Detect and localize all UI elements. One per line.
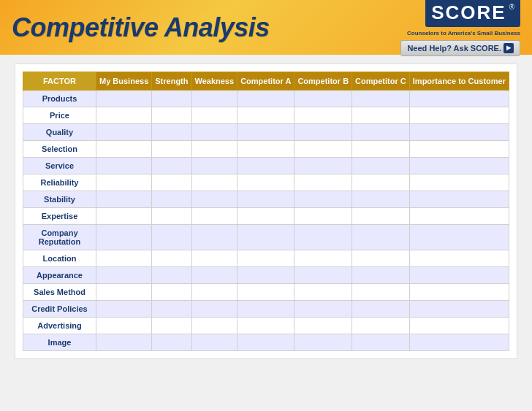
data-cell[interactable] <box>294 158 352 174</box>
data-cell[interactable] <box>352 191 410 208</box>
data-cell[interactable] <box>294 191 352 208</box>
data-cell[interactable] <box>238 141 294 158</box>
data-cell[interactable] <box>352 318 410 334</box>
data-cell[interactable] <box>96 301 152 318</box>
data-cell[interactable] <box>191 267 238 284</box>
data-cell[interactable] <box>409 174 509 191</box>
data-cell[interactable] <box>191 107 238 124</box>
data-cell[interactable] <box>96 174 152 191</box>
data-cell[interactable] <box>152 318 191 334</box>
data-cell[interactable] <box>352 334 410 351</box>
data-cell[interactable] <box>409 267 509 284</box>
data-cell[interactable] <box>409 225 509 250</box>
data-cell[interactable] <box>96 267 152 284</box>
data-cell[interactable] <box>96 318 152 334</box>
data-cell[interactable] <box>152 141 191 158</box>
data-cell[interactable] <box>238 250 294 267</box>
data-cell[interactable] <box>96 91 152 107</box>
data-cell[interactable] <box>294 267 352 284</box>
data-cell[interactable] <box>294 334 352 351</box>
data-cell[interactable] <box>238 191 294 208</box>
data-cell[interactable] <box>152 225 191 250</box>
data-cell[interactable] <box>238 267 294 284</box>
data-cell[interactable] <box>96 141 152 158</box>
data-cell[interactable] <box>294 301 352 318</box>
data-cell[interactable] <box>352 107 410 124</box>
data-cell[interactable] <box>294 225 352 250</box>
data-cell[interactable] <box>409 191 509 208</box>
help-button[interactable]: Need Help? Ask SCORE. ▶ <box>400 40 520 56</box>
data-cell[interactable] <box>191 301 238 318</box>
data-cell[interactable] <box>191 250 238 267</box>
data-cell[interactable] <box>238 318 294 334</box>
data-cell[interactable] <box>96 250 152 267</box>
data-cell[interactable] <box>409 334 509 351</box>
data-cell[interactable] <box>238 91 294 107</box>
data-cell[interactable] <box>96 284 152 301</box>
data-cell[interactable] <box>191 284 238 301</box>
data-cell[interactable] <box>294 91 352 107</box>
data-cell[interactable] <box>409 208 509 225</box>
data-cell[interactable] <box>191 208 238 225</box>
data-cell[interactable] <box>352 267 410 284</box>
data-cell[interactable] <box>352 91 410 107</box>
data-cell[interactable] <box>409 301 509 318</box>
data-cell[interactable] <box>238 107 294 124</box>
data-cell[interactable] <box>238 284 294 301</box>
data-cell[interactable] <box>96 124 152 141</box>
data-cell[interactable] <box>191 91 238 107</box>
data-cell[interactable] <box>238 158 294 174</box>
data-cell[interactable] <box>352 284 410 301</box>
data-cell[interactable] <box>238 208 294 225</box>
data-cell[interactable] <box>152 91 191 107</box>
data-cell[interactable] <box>96 208 152 225</box>
data-cell[interactable] <box>238 301 294 318</box>
data-cell[interactable] <box>96 334 152 351</box>
data-cell[interactable] <box>96 107 152 124</box>
data-cell[interactable] <box>294 124 352 141</box>
data-cell[interactable] <box>409 250 509 267</box>
data-cell[interactable] <box>152 107 191 124</box>
data-cell[interactable] <box>238 174 294 191</box>
data-cell[interactable] <box>294 208 352 225</box>
data-cell[interactable] <box>152 250 191 267</box>
data-cell[interactable] <box>152 284 191 301</box>
data-cell[interactable] <box>191 158 238 174</box>
data-cell[interactable] <box>409 141 509 158</box>
data-cell[interactable] <box>191 191 238 208</box>
data-cell[interactable] <box>96 158 152 174</box>
data-cell[interactable] <box>294 284 352 301</box>
data-cell[interactable] <box>191 124 238 141</box>
data-cell[interactable] <box>96 191 152 208</box>
data-cell[interactable] <box>191 141 238 158</box>
data-cell[interactable] <box>152 174 191 191</box>
data-cell[interactable] <box>352 174 410 191</box>
data-cell[interactable] <box>152 158 191 174</box>
data-cell[interactable] <box>294 174 352 191</box>
data-cell[interactable] <box>152 124 191 141</box>
data-cell[interactable] <box>191 225 238 250</box>
data-cell[interactable] <box>409 124 509 141</box>
data-cell[interactable] <box>409 284 509 301</box>
data-cell[interactable] <box>409 158 509 174</box>
data-cell[interactable] <box>352 158 410 174</box>
data-cell[interactable] <box>352 208 410 225</box>
data-cell[interactable] <box>238 225 294 250</box>
data-cell[interactable] <box>96 225 152 250</box>
data-cell[interactable] <box>152 208 191 225</box>
data-cell[interactable] <box>152 191 191 208</box>
data-cell[interactable] <box>294 250 352 267</box>
data-cell[interactable] <box>352 124 410 141</box>
data-cell[interactable] <box>152 267 191 284</box>
data-cell[interactable] <box>191 334 238 351</box>
data-cell[interactable] <box>294 318 352 334</box>
data-cell[interactable] <box>238 334 294 351</box>
data-cell[interactable] <box>352 225 410 250</box>
data-cell[interactable] <box>352 141 410 158</box>
data-cell[interactable] <box>409 107 509 124</box>
data-cell[interactable] <box>191 174 238 191</box>
data-cell[interactable] <box>191 318 238 334</box>
data-cell[interactable] <box>352 250 410 267</box>
data-cell[interactable] <box>294 107 352 124</box>
data-cell[interactable] <box>152 334 191 351</box>
